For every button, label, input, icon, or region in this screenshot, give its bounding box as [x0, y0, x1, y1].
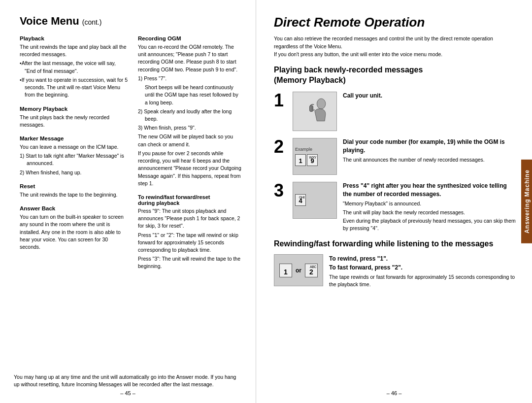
section-reset-title: Reset [20, 183, 128, 189]
rewind-heading: Rewinding/fast forwarding while listenin… [274, 239, 517, 249]
key-4: GHI 4 [295, 194, 306, 206]
sidebar-tab: Answering Machine [521, 160, 532, 243]
step-3: 3 GHI 4 Press "4" right after you hear t… [274, 182, 517, 232]
right-page: Direct Remote Operation You can also ret… [256, 0, 532, 403]
rewind-text2: To fast forward, press "2". [329, 263, 517, 272]
digit-box-step3: GHI 4 [295, 194, 306, 206]
rewind-image: 1 or ABC 2 [274, 254, 323, 286]
section-reset-text: The unit rewinds the tape to the beginni… [20, 191, 128, 199]
key-1: 1 [295, 154, 306, 166]
step-1: 1 Call your unit. [274, 92, 517, 131]
rewind-key-2: ABC 2 [305, 264, 318, 277]
step-2-content: Dial your code number (for example, 19) … [343, 138, 517, 164]
step-1-content: Call your unit. [343, 92, 517, 102]
section-memory-playback: Memory Playback The unit plays back the … [20, 106, 128, 129]
step-1-number: 1 [274, 92, 287, 109]
step-1-image [293, 92, 337, 131]
section-recording-ogm: Recording OGM You can re-record the OGM … [138, 35, 242, 187]
left-page-number: – 45 – [120, 390, 135, 396]
section-rewind-fast: To rewind/fast forward/resetduring playb… [138, 194, 242, 270]
section-marker-title: Marker Message [20, 135, 128, 141]
section-playback-title: Playback [20, 35, 128, 41]
right-page-number: – 46 – [387, 390, 402, 396]
section-answer-title: Answer Back [20, 205, 128, 211]
example-label: Example [295, 147, 312, 152]
section-answer-text: You can turn on the built-in speaker to … [20, 213, 128, 251]
rewind-section: Rewinding/fast forwarding while listenin… [274, 239, 517, 288]
digit-box-step2: 1 WXY 9 [295, 154, 318, 166]
step-1-text: Call your unit. [343, 92, 517, 100]
section-memory-text: The unit plays back the newly recorded m… [20, 114, 128, 129]
rewind-fast-text: Press "9": The unit stops playback and a… [138, 207, 242, 270]
step-3-bold: Press "4" right after you hear the synth… [343, 182, 517, 199]
or-text: or [296, 267, 301, 274]
section-marker: Marker Message You can leave a message o… [20, 135, 128, 176]
svg-rect-1 [310, 105, 313, 111]
left-page-title: Voice Menu (cont.) [20, 15, 242, 28]
right-col: Recording OGM You can re-record the OGM … [138, 35, 242, 277]
section-memory-title: Memory Playback [20, 106, 128, 112]
rewind-text1: To rewind, press "1". [329, 254, 517, 263]
key-9: WXY 9 [307, 154, 318, 166]
step-3-note: "Memory Playback" is announced. [343, 200, 517, 207]
section1-heading: Playing back newly-recorded messages(Mem… [274, 65, 517, 86]
section-playback: Playback The unit rewinds the tape and p… [20, 35, 128, 99]
recording-ogm-title: Recording OGM [138, 35, 242, 41]
step-2: 2 Example 1 WXY 9 Dial your code number … [274, 138, 517, 175]
step-1-illustration [298, 95, 332, 127]
step-3-text2: The unit will play back the newly record… [343, 209, 517, 216]
left-bottom-note: You may hang up at any time and the unit… [14, 373, 242, 388]
step-2-number: 2 [274, 138, 287, 156]
step-3-content: Press "4" right after you hear the synth… [343, 182, 517, 232]
section-reset: Reset The unit rewinds the tape to the b… [20, 183, 128, 199]
rewind-key-1: 1 [279, 264, 292, 277]
section-playback-text: The unit rewinds the tape and play back … [20, 43, 128, 99]
step-2-image: Example 1 WXY 9 [293, 138, 337, 175]
recording-ogm-text: You can re-record the OGM remotely. The … [138, 43, 242, 187]
svg-point-0 [317, 99, 326, 109]
step-3-number: 3 [274, 182, 287, 200]
rewind-row: 1 or ABC 2 To rewind, press "1". To fast… [274, 254, 517, 288]
section-answer-back: Answer Back You can turn on the built-in… [20, 205, 128, 251]
left-page: Voice Menu (cont.) Playback The unit rew… [0, 0, 256, 403]
rewind-fast-title: To rewind/fast forward/resetduring playb… [138, 194, 242, 206]
right-page-title: Direct Remote Operation [274, 15, 517, 30]
rewind-content: To rewind, press "1". To fast forward, p… [329, 254, 517, 288]
step-3-image: GHI 4 [293, 182, 337, 219]
step-2-text: The unit announces the number of newly r… [343, 156, 517, 164]
section-marker-text: You can leave a message on the ICM tape.… [20, 143, 128, 176]
right-page-intro: You can also retrieve the recorded messa… [274, 35, 517, 58]
step-2-bold: Dial your code number (for example, 19) … [343, 138, 517, 155]
step-3-text3: Even during the playback of previously h… [343, 217, 517, 232]
left-col: Playback The unit rewinds the tape and p… [20, 35, 128, 277]
rewind-text3: The tape rewinds or fast forwards for ap… [329, 273, 517, 288]
